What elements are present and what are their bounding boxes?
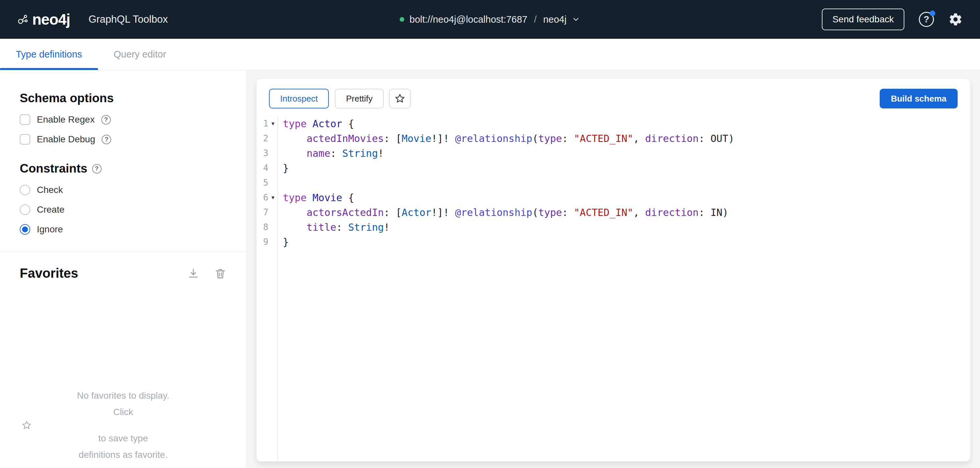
neo4j-brand: neo4j bbox=[17, 11, 70, 28]
code-text: type Actor { bbox=[278, 116, 354, 131]
connection-separator: / bbox=[534, 14, 537, 25]
help-icon[interactable] bbox=[101, 115, 111, 125]
fold-spacer bbox=[268, 220, 278, 235]
database-name: neo4j bbox=[543, 14, 566, 25]
code-text: name: String! bbox=[278, 146, 384, 161]
enable-debug-checkbox[interactable] bbox=[20, 134, 30, 144]
tab-bar: Type definitions Query editor bbox=[0, 39, 980, 70]
constraint-check-row[interactable]: Check bbox=[20, 185, 227, 195]
constraints-title: Constraints bbox=[20, 162, 227, 176]
save-favorite-button[interactable] bbox=[389, 89, 411, 108]
enable-debug-label: Enable Debug bbox=[37, 134, 95, 144]
schema-options-title: Schema options bbox=[20, 91, 227, 105]
gear-icon bbox=[948, 12, 963, 27]
code-line[interactable]: 6▼type Movie { bbox=[256, 190, 970, 205]
fold-spacer bbox=[268, 205, 278, 220]
sidebar: Schema options Enable Regex Enable Debug… bbox=[0, 70, 247, 468]
star-icon bbox=[22, 420, 32, 430]
code-text: } bbox=[278, 235, 289, 249]
create-radio[interactable] bbox=[20, 205, 30, 215]
code-line[interactable]: 5 bbox=[256, 176, 970, 190]
help-icon[interactable] bbox=[102, 135, 111, 144]
check-label: Check bbox=[37, 185, 63, 195]
navbar-actions: Send feedback bbox=[822, 8, 963, 30]
line-number: 2 bbox=[256, 131, 268, 146]
code-line[interactable]: 9} bbox=[256, 235, 970, 249]
connection-url: bolt://neo4j@localhost:7687 bbox=[409, 14, 527, 25]
tab-type-definitions[interactable]: Type definitions bbox=[0, 39, 98, 70]
code-line[interactable]: 3 name: String! bbox=[256, 146, 970, 161]
line-number: 6 bbox=[256, 190, 268, 205]
download-favorites-button[interactable] bbox=[187, 267, 200, 280]
code-line[interactable]: 2 actedInMovies: [Movie!]! @relationship… bbox=[256, 131, 970, 146]
ignore-label: Ignore bbox=[37, 224, 63, 235]
code-text: actorsActedIn: [Actor!]! @relationship(t… bbox=[278, 205, 729, 220]
favorites-empty-state: No favorites to display. Click to save t… bbox=[20, 387, 227, 463]
prettify-button[interactable]: Prettify bbox=[335, 89, 384, 108]
code-line[interactable]: 8 title: String! bbox=[256, 220, 970, 235]
code-line[interactable]: 7 actorsActedIn: [Actor!]! @relationship… bbox=[256, 205, 970, 220]
line-number: 5 bbox=[256, 176, 268, 190]
favorites-empty-line3: definitions as favorite. bbox=[20, 447, 227, 463]
line-number: 8 bbox=[256, 220, 268, 235]
top-navbar: neo4j GraphQL Toolbox bolt://neo4j@local… bbox=[0, 0, 980, 39]
line-number: 1 bbox=[256, 116, 268, 131]
star-icon bbox=[395, 94, 405, 104]
help-button[interactable] bbox=[919, 12, 934, 27]
main-panel: Introspect Prettify Build schema 1▼type … bbox=[247, 70, 980, 468]
fold-arrow-icon[interactable]: ▼ bbox=[268, 116, 278, 131]
code-line[interactable]: 1▼type Actor { bbox=[256, 116, 970, 131]
tab-query-editor[interactable]: Query editor bbox=[98, 39, 182, 70]
constraints-title-text: Constraints bbox=[20, 162, 88, 176]
sidebar-divider bbox=[0, 252, 246, 252]
enable-regex-checkbox[interactable] bbox=[20, 114, 30, 125]
fold-spacer bbox=[268, 146, 278, 161]
favorites-title: Favorites bbox=[20, 266, 78, 281]
code-line[interactable]: 4} bbox=[256, 161, 970, 176]
fold-spacer bbox=[268, 235, 278, 249]
help-icon[interactable] bbox=[92, 164, 102, 173]
line-number: 3 bbox=[256, 146, 268, 161]
line-number: 7 bbox=[256, 205, 268, 220]
enable-debug-row[interactable]: Enable Debug bbox=[20, 134, 227, 144]
delete-favorites-button[interactable] bbox=[214, 267, 227, 280]
favorites-empty-line2: Click to save type bbox=[20, 404, 227, 447]
code-text: title: String! bbox=[278, 220, 390, 235]
content-area: Schema options Enable Regex Enable Debug… bbox=[0, 70, 980, 468]
create-label: Create bbox=[37, 205, 64, 215]
fold-spacer bbox=[268, 176, 278, 190]
trash-icon bbox=[214, 267, 227, 280]
code-editor[interactable]: 1▼type Actor {2 actedInMovies: [Movie!]!… bbox=[256, 116, 970, 462]
favorites-header: Favorites bbox=[20, 266, 227, 281]
ignore-radio[interactable] bbox=[20, 224, 30, 235]
notification-dot bbox=[930, 11, 935, 16]
constraint-create-row[interactable]: Create bbox=[20, 205, 227, 215]
type-definitions-card: Introspect Prettify Build schema 1▼type … bbox=[256, 79, 970, 462]
favorites-empty-line1: No favorites to display. bbox=[20, 387, 227, 404]
line-number: 4 bbox=[256, 161, 268, 176]
code-text bbox=[278, 176, 283, 190]
neo4j-wordmark: neo4j bbox=[32, 11, 70, 28]
app-title: GraphQL Toolbox bbox=[89, 13, 168, 25]
build-schema-button[interactable]: Build schema bbox=[880, 89, 958, 108]
settings-button[interactable] bbox=[948, 12, 963, 27]
neo4j-logo-icon bbox=[17, 13, 29, 25]
code-text: actedInMovies: [Movie!]! @relationship(t… bbox=[278, 131, 734, 146]
connection-selector[interactable]: bolt://neo4j@localhost:7687 / neo4j bbox=[399, 0, 580, 39]
enable-regex-label: Enable Regex bbox=[37, 114, 95, 125]
fold-arrow-icon[interactable]: ▼ bbox=[268, 190, 278, 205]
line-number: 9 bbox=[256, 235, 268, 249]
fold-spacer bbox=[268, 131, 278, 146]
code-text: type Movie { bbox=[278, 190, 354, 205]
enable-regex-row[interactable]: Enable Regex bbox=[20, 114, 227, 125]
constraint-ignore-row[interactable]: Ignore bbox=[20, 224, 227, 235]
chevron-down-icon[interactable] bbox=[572, 15, 581, 24]
connection-status-dot bbox=[399, 17, 404, 22]
send-feedback-button[interactable]: Send feedback bbox=[822, 8, 904, 30]
check-radio[interactable] bbox=[20, 185, 30, 195]
introspect-button[interactable]: Introspect bbox=[269, 89, 329, 108]
download-icon bbox=[187, 267, 200, 280]
code-text: } bbox=[278, 161, 289, 176]
fold-spacer bbox=[268, 161, 278, 176]
editor-toolbar: Introspect Prettify Build schema bbox=[256, 79, 970, 115]
